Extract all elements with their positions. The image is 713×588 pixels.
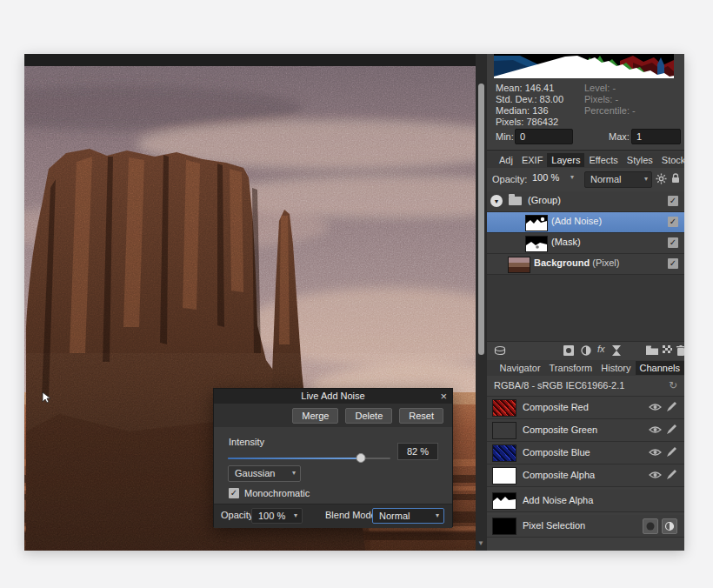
dialog-body: Intensity 82 % Gaussian ▾ ✓ Monochromati… xyxy=(214,427,452,504)
studio-right-panel: Mean: 146.41 Std. Dev.: 83.00 Median: 13… xyxy=(487,54,684,551)
min-input[interactable] xyxy=(515,129,573,144)
tab-navigator[interactable]: Navigator xyxy=(495,361,544,375)
pixel-selection-thumbnail xyxy=(492,518,516,535)
tab-layers[interactable]: Layers xyxy=(547,153,584,167)
editable-pencil-icon[interactable] xyxy=(666,469,677,480)
dialog-opacity-arrow-icon: ▾ xyxy=(294,511,297,519)
layer-name: (Add Noise) xyxy=(551,216,602,226)
channel-row-pixel-selection[interactable]: Pixel Selection xyxy=(487,515,684,538)
selection-contrast-icon[interactable] xyxy=(662,518,677,534)
layer-visibility-checkbox[interactable]: ✓ xyxy=(668,196,678,206)
green-channel-thumbnail xyxy=(492,422,516,439)
bottom-tabbar: Navigator Transform History Channels xyxy=(487,360,684,376)
histogram-stats-left: Mean: 146.41 Std. Dev.: 83.00 Median: 13… xyxy=(496,83,563,128)
tab-transform[interactable]: Transform xyxy=(545,361,597,375)
live-filter-icon[interactable] xyxy=(611,345,622,356)
layers-list: ▼ (Group) ✓ (Add Noise) ✓ xyxy=(487,191,684,275)
stat-pixels2-label: Pixels: xyxy=(584,94,612,104)
color-format-label: RGBA/8 - sRGB IEC61966-2.1 xyxy=(494,380,624,391)
studio-tabbar: Adj EXIF Layers Effects Styles Stock xyxy=(487,152,684,168)
channel-name: Composite Red xyxy=(523,402,589,412)
new-group-folder-icon[interactable] xyxy=(646,345,658,355)
mask-layer-icon[interactable] xyxy=(563,345,574,356)
channel-row-add-noise-alpha[interactable]: Add Noise Alpha xyxy=(487,490,684,512)
red-channel-thumbnail xyxy=(492,399,516,417)
mouse-cursor-icon xyxy=(42,391,52,404)
tab-history[interactable]: History xyxy=(596,361,635,375)
canvas-vertical-scrollbar[interactable]: ▼ xyxy=(476,54,487,551)
layer-name: (Group) xyxy=(528,195,561,205)
new-pixel-layer-icon[interactable] xyxy=(663,345,672,355)
layer-visibility-checkbox[interactable]: ✓ xyxy=(668,217,678,227)
channel-row-composite-green[interactable]: Composite Green xyxy=(487,419,684,442)
channels-header: RGBA/8 - sRGB IEC61966-2.1 ↻ xyxy=(487,376,684,397)
stat-pixels-value: 786432 xyxy=(526,117,558,127)
gear-icon[interactable] xyxy=(656,173,667,184)
tab-stock[interactable]: Stock xyxy=(657,153,690,167)
reset-button[interactable]: Reset xyxy=(399,408,443,424)
delete-button[interactable]: Delete xyxy=(345,408,392,424)
blue-channel-thumbnail xyxy=(492,444,516,462)
stat-mean-label: Mean: xyxy=(496,83,523,93)
layer-row-add-noise[interactable]: (Add Noise) ✓ xyxy=(487,212,684,233)
delete-layer-trash-icon[interactable] xyxy=(676,345,685,356)
tab-channels[interactable]: Channels xyxy=(636,361,684,375)
slider-thumb[interactable] xyxy=(356,453,366,463)
blendmode-dropdown-arrow-icon: ▾ xyxy=(644,175,648,183)
layer-blendmode-dropdown[interactable]: Normal ▾ xyxy=(584,171,652,188)
noise-type-dropdown[interactable]: Gaussian ▾ xyxy=(228,465,301,482)
blend-mode-dropdown[interactable]: Normal ▾ xyxy=(372,508,444,524)
channels-list: Composite Red Composite Green xyxy=(487,397,684,538)
stat-median-value: 136 xyxy=(532,105,548,116)
stat-pixels2-value: - xyxy=(615,94,618,104)
layer-effects-fx-icon[interactable]: fx xyxy=(597,344,605,354)
channel-row-composite-red[interactable]: Composite Red xyxy=(487,397,684,419)
editable-pencil-icon[interactable] xyxy=(666,401,677,412)
layer-row-background[interactable]: Background (Pixel) ✓ xyxy=(487,254,684,275)
selection-circle-icon[interactable] xyxy=(643,518,658,534)
channel-row-composite-blue[interactable]: Composite Blue xyxy=(487,442,684,464)
tab-styles[interactable]: Styles xyxy=(623,153,657,167)
add-noise-alpha-thumbnail xyxy=(492,492,516,510)
channel-row-composite-alpha[interactable]: Composite Alpha xyxy=(487,464,684,487)
channels-reset-icon[interactable]: ↻ xyxy=(669,379,677,391)
opacity-dropdown-arrow-icon[interactable]: ▾ xyxy=(570,173,574,181)
adjustment-layer-icon[interactable] xyxy=(581,345,591,356)
visibility-eye-icon[interactable] xyxy=(649,471,662,479)
tab-effects[interactable]: Effects xyxy=(584,153,622,167)
stat-level-label: Level: xyxy=(584,83,610,93)
tab-adj[interactable]: Adj xyxy=(495,153,517,167)
intensity-slider[interactable] xyxy=(228,453,390,463)
layer-opacity-dropdown[interactable]: 100 % xyxy=(527,172,583,186)
channel-name: Composite Blue xyxy=(523,447,590,458)
tab-exif[interactable]: EXIF xyxy=(517,153,547,167)
group-expander-icon[interactable]: ▼ xyxy=(490,195,503,207)
close-icon[interactable]: × xyxy=(440,389,447,404)
stat-percentile-value: - xyxy=(632,105,636,116)
layer-row-mask[interactable]: (Mask) ✓ xyxy=(487,233,684,254)
layer-type-suffix: (Pixel) xyxy=(592,257,619,268)
histogram-chart xyxy=(494,54,674,78)
scrollbar-thumb[interactable] xyxy=(478,84,484,355)
max-input[interactable] xyxy=(631,129,681,144)
visibility-eye-icon[interactable] xyxy=(649,403,662,411)
intensity-value-field[interactable]: 82 % xyxy=(397,443,438,460)
blend-mode-label: Blend Mode: xyxy=(325,510,379,520)
layer-visibility-checkbox[interactable]: ✓ xyxy=(668,237,678,248)
layer-row-group[interactable]: ▼ (Group) ✓ xyxy=(487,191,684,212)
editable-pencil-icon[interactable] xyxy=(666,446,677,458)
lock-icon[interactable] xyxy=(671,173,680,184)
layers-empty-area xyxy=(487,275,684,341)
layer-visibility-checkbox[interactable]: ✓ xyxy=(668,258,678,269)
dialog-opacity-dropdown[interactable]: 100 % ▾ xyxy=(251,508,303,524)
visibility-eye-icon[interactable] xyxy=(649,425,662,434)
merge-button[interactable]: Merge xyxy=(292,408,338,424)
monochromatic-checkbox[interactable]: ✓ xyxy=(229,488,239,498)
dialog-footer: Opacity: 100 % ▾ Blend Mode: Normal ▾ xyxy=(214,504,452,528)
visibility-eye-icon[interactable] xyxy=(649,448,662,457)
editable-pencil-icon[interactable] xyxy=(666,424,677,435)
scrollbar-down-arrow-icon[interactable]: ▼ xyxy=(477,540,484,547)
histogram-stats-right: Level: - Pixels: - Percentile: - xyxy=(584,83,636,117)
edit-all-layers-icon[interactable] xyxy=(494,345,506,357)
blend-mode-arrow-icon: ▾ xyxy=(436,511,439,519)
